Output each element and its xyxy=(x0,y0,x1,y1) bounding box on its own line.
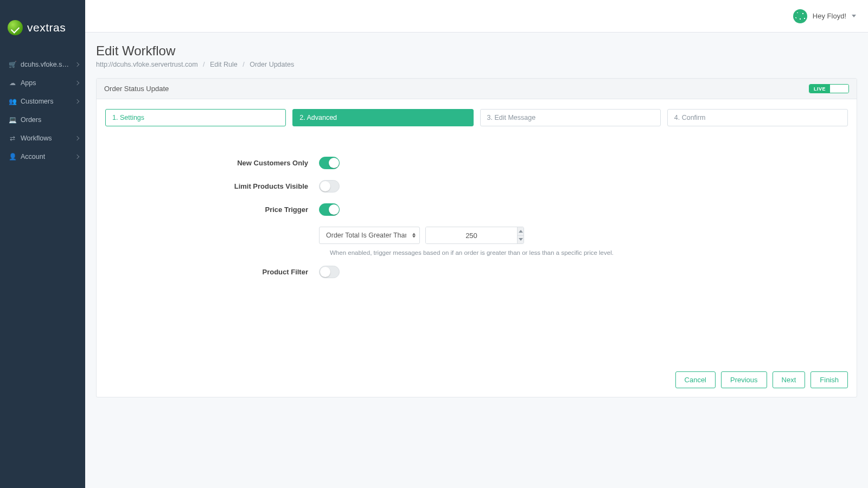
step-settings[interactable]: 1. Settings xyxy=(105,109,286,126)
brand-logo[interactable]: vextras xyxy=(0,0,85,55)
laptop-icon: 💻 xyxy=(8,116,17,124)
price-value-field xyxy=(425,227,524,244)
panel-header: Order Status Update LIVE xyxy=(97,79,857,99)
chevron-left-icon xyxy=(75,99,79,104)
sidebar-item-apps[interactable]: ☁ Apps xyxy=(0,74,85,92)
chevron-left-icon xyxy=(75,155,79,159)
page-title: Edit Workflow xyxy=(96,43,857,59)
sidebar-item-label: Orders xyxy=(21,116,41,124)
brand-name: vextras xyxy=(27,21,66,34)
step-edit-message[interactable]: 3. Edit Message xyxy=(480,109,661,126)
select-arrows-icon xyxy=(412,233,416,238)
breadcrumb: http://dcuhs.vfoke.servertrust.com / Edi… xyxy=(96,61,857,68)
chevron-left-icon xyxy=(75,136,79,140)
sidebar-item-workflows[interactable]: ⇄ Workflows xyxy=(0,129,85,147)
price-condition-select-wrap: Order Total Is Greater Than xyxy=(319,227,420,244)
sidebar-item-orders[interactable]: 💻 Orders xyxy=(0,111,85,129)
shuffle-icon: ⇄ xyxy=(8,134,17,142)
price-condition-select[interactable]: Order Total Is Greater Than xyxy=(319,227,420,244)
main: Hey Floyd! Edit Workflow http://dcuhs.vf… xyxy=(85,0,868,488)
panel-title: Order Status Update xyxy=(104,85,169,93)
caret-down-icon xyxy=(852,15,856,17)
new-customers-toggle[interactable] xyxy=(319,157,340,169)
breadcrumb-link[interactable]: Edit Rule xyxy=(210,61,238,68)
workflow-panel: Order Status Update LIVE 1. Settings 2. … xyxy=(96,78,857,397)
price-value-input[interactable] xyxy=(426,227,517,243)
step-up-button[interactable] xyxy=(518,227,524,236)
breadcrumb-current: Order Updates xyxy=(250,61,294,68)
breadcrumb-separator: / xyxy=(203,61,205,68)
limit-products-label: Limit Products Visible xyxy=(105,182,319,190)
user-greeting: Hey Floyd! xyxy=(813,12,846,20)
sidebar-item-label: Customers xyxy=(21,98,53,105)
cloud-icon: ☁ xyxy=(8,79,17,87)
sidebar: vextras 🛒 dcuhs.vfoke.ser... ☁ Apps 👥 Cu… xyxy=(0,0,85,488)
user-icon: 👤 xyxy=(8,153,17,160)
cancel-button[interactable]: Cancel xyxy=(675,371,716,388)
product-filter-label: Product Filter xyxy=(105,268,319,276)
sidebar-item-label: Workflows xyxy=(21,134,52,142)
price-help-text: When enabled, trigger messages based on … xyxy=(330,249,848,256)
step-advanced[interactable]: 2. Advanced xyxy=(292,109,473,126)
product-filter-toggle[interactable] xyxy=(319,266,340,278)
sidebar-item-label: Apps xyxy=(21,79,36,87)
sidebar-item-store[interactable]: 🛒 dcuhs.vfoke.ser... xyxy=(0,55,85,74)
sidebar-item-account[interactable]: 👤 Account xyxy=(0,147,85,166)
live-switch-track xyxy=(830,85,848,93)
finish-button[interactable]: Finish xyxy=(810,371,848,388)
live-toggle[interactable]: LIVE xyxy=(809,84,849,93)
avatar-icon xyxy=(793,9,807,23)
new-customers-label: New Customers Only xyxy=(105,159,319,167)
logo-mark-icon xyxy=(8,20,23,35)
sidebar-item-label: dcuhs.vfoke.ser... xyxy=(21,61,69,68)
price-trigger-label: Price Trigger xyxy=(105,206,319,214)
chevron-left-icon xyxy=(75,81,79,85)
chevron-left-icon xyxy=(75,62,79,67)
topbar: Hey Floyd! xyxy=(85,0,868,33)
step-down-button[interactable] xyxy=(518,236,524,244)
breadcrumb-link[interactable]: http://dcuhs.vfoke.servertrust.com xyxy=(96,61,198,68)
limit-products-toggle[interactable] xyxy=(319,180,340,192)
sidebar-item-label: Account xyxy=(21,153,45,160)
live-label: LIVE xyxy=(809,85,830,93)
previous-button[interactable]: Previous xyxy=(721,371,767,388)
price-trigger-toggle[interactable] xyxy=(319,203,340,216)
next-button[interactable]: Next xyxy=(773,371,806,388)
cart-icon: 🛒 xyxy=(8,61,17,68)
panel-footer: Cancel Previous Next Finish xyxy=(97,363,857,397)
wizard-steps: 1. Settings 2. Advanced 3. Edit Message … xyxy=(97,99,857,130)
sidebar-item-customers[interactable]: 👥 Customers xyxy=(0,92,85,111)
users-icon: 👥 xyxy=(8,98,17,105)
user-menu[interactable]: Hey Floyd! xyxy=(793,9,856,23)
step-confirm[interactable]: 4. Confirm xyxy=(667,109,848,126)
breadcrumb-separator: / xyxy=(242,61,244,68)
